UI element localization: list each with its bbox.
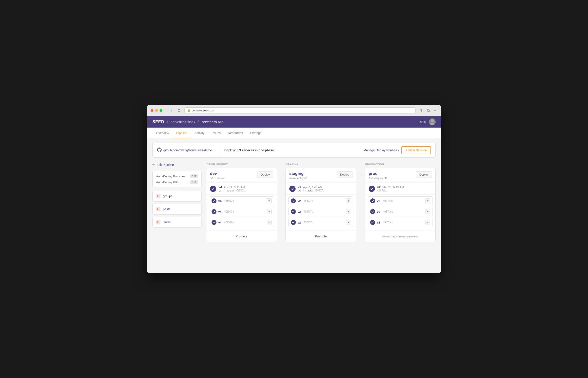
dev-service-2-dropdown[interactable]: ▾ <box>267 220 272 225</box>
groups-lambda-icon: λ <box>156 194 161 199</box>
url-text: console.seed.run <box>192 109 214 112</box>
breadcrumb-org[interactable]: serverless-stack <box>171 120 195 124</box>
prod-service-row-1: v2 4937dcd ▾ <box>368 207 433 216</box>
stage-staging-header: staging Auto-deploy off Deploy <box>286 168 356 183</box>
prod-service-0-dropdown[interactable]: ▾ <box>425 198 430 203</box>
service-groups-label: groups <box>163 194 172 198</box>
service-item-users[interactable]: λ users <box>152 217 202 228</box>
svg-point-0 <box>431 119 434 122</box>
dev-service-row-2: v4 45f507b ▾ <box>209 218 274 227</box>
avatar[interactable] <box>429 118 436 125</box>
new-tab-button[interactable]: ⧉ <box>426 108 431 113</box>
arrow-staging-to-prod: → <box>358 163 363 178</box>
promoted-from-label: PROMOTED FROM: staging <box>382 235 419 238</box>
stage-production-header: prod Auto-deploy off Deploy <box>365 168 435 183</box>
staging-service-1-dropdown[interactable]: ▾ <box>346 209 351 214</box>
staging-commit-version: v2 <box>298 185 301 189</box>
breadcrumb-app[interactable]: serverless-app <box>201 120 223 124</box>
tab-pipeline[interactable]: Pipeline <box>172 128 191 138</box>
app-header: SEED › serverless-stack / serverless-app… <box>147 116 441 128</box>
info-bar: github.com/fwang/serverless-demo Deployi… <box>152 143 436 158</box>
stage-staging-card: staging Auto-deploy off Deploy v <box>286 168 356 242</box>
prod-service-1-dropdown[interactable]: ▾ <box>425 209 430 214</box>
dev-branch-icon: ⎇ <box>219 189 222 192</box>
add-button[interactable]: + <box>433 108 437 113</box>
stage-staging-name[interactable]: staging <box>289 171 304 176</box>
staging-service-rows: v2 45f507b ▾ v2 45f507b <box>286 195 356 230</box>
stage-production-deploy-btn[interactable]: Deploy <box>416 171 432 178</box>
dev-service-1-dropdown[interactable]: ▾ <box>267 209 272 214</box>
production-check-circle <box>369 186 375 192</box>
staging-promote-link[interactable]: Promote <box>315 234 327 238</box>
maximize-traffic-light[interactable] <box>159 109 162 112</box>
staging-service-2-dropdown[interactable]: ▾ <box>346 220 351 225</box>
app-body: github.com/fwang/serverless-demo Deployi… <box>147 138 441 273</box>
pipeline-stages: DEVELOPMENT dev ⎇ ᚡ master Deploy <box>206 163 436 242</box>
dev-commit-version: v4 <box>219 185 222 189</box>
sidebar-toggle-button[interactable]: ⊡ <box>176 108 182 113</box>
dev-service-0-dropdown[interactable]: ▾ <box>267 198 272 203</box>
prod-commit-timestamp: Mar 24, 9:43 PM <box>382 186 404 189</box>
production-service-rows: v2 4937dcd ▾ v2 4937dcd <box>365 195 435 230</box>
stage-production-commit: v2 Mar 24, 9:43 PM 4937dcd <box>365 183 435 195</box>
stage-staging-deploy-btn[interactable]: Deploy <box>337 171 353 178</box>
production-commit-details: v2 Mar 24, 9:43 PM 4937dcd <box>377 185 432 192</box>
back-button[interactable]: ‹ <box>165 108 169 113</box>
stage-development: DEVELOPMENT dev ⎇ ᚡ master Deploy <box>206 163 277 242</box>
stage-development-name[interactable]: dev <box>210 171 217 176</box>
close-traffic-light[interactable] <box>151 109 154 112</box>
tab-settings[interactable]: Settings <box>247 128 265 138</box>
seed-logo[interactable]: SEED <box>152 120 164 124</box>
stage-production-name[interactable]: prod <box>369 171 378 176</box>
staging-commit-hash: 45f507b <box>315 189 324 192</box>
app-header-left: SEED › serverless-stack / serverless-app <box>152 120 224 124</box>
staging-service-row-2: v2 45f507b ▾ <box>288 218 353 227</box>
share-button[interactable]: ⬆ <box>418 108 424 113</box>
svg-point-1 <box>430 123 435 125</box>
prod-commit-meta: 4937dcd <box>377 189 432 192</box>
staging-promote-footer: Promote <box>286 230 356 242</box>
service-item-groups[interactable]: λ groups <box>152 191 202 202</box>
stage-development-label: DEVELOPMENT <box>206 163 277 166</box>
address-bar[interactable]: 🔒 console.seed.run <box>184 108 416 113</box>
github-link[interactable]: github.com/fwang/serverless-demo <box>163 148 212 152</box>
breadcrumb-sep1: › <box>167 120 168 124</box>
forward-button[interactable]: › <box>170 108 174 113</box>
development-check-circle <box>210 186 216 192</box>
tab-overview[interactable]: Overview <box>152 128 172 138</box>
manage-deploy-phases-link[interactable]: Manage Deploy Phases › <box>364 148 399 152</box>
deploy-text-prefix: Deploying <box>224 148 239 152</box>
service-users-label: users <box>163 220 170 224</box>
tab-activity[interactable]: Activity <box>191 128 208 138</box>
branch-icon: ⎇ <box>210 177 213 180</box>
pipeline-settings: Auto-Deploy Branches OFF Auto-Deploy PRs… <box>152 171 202 187</box>
service-item-posts[interactable]: λ posts <box>152 204 202 215</box>
edit-pipeline-link[interactable]: ✏ Edit Pipeline <box>152 163 202 167</box>
docs-link[interactable]: Docs <box>418 120 426 123</box>
development-promote-link[interactable]: Promote <box>236 234 248 238</box>
minimize-traffic-light[interactable] <box>155 109 158 112</box>
deploy-phase: one phase. <box>259 148 275 152</box>
tab-issues[interactable]: Issues <box>208 128 224 138</box>
prod-service-row-2: v2 4937dcd ▾ <box>368 218 433 227</box>
users-lambda-icon: λ <box>156 220 161 225</box>
lock-icon: 🔒 <box>187 109 190 112</box>
new-service-button[interactable]: + New Service <box>401 146 431 154</box>
tab-resources[interactable]: Resources <box>224 128 247 138</box>
stage-production: PRODUCTION prod Auto-deploy off Deploy <box>365 163 436 242</box>
staging-service-row-1: v2 45f507b ▾ <box>288 207 353 216</box>
svg-text:λ: λ <box>157 208 158 211</box>
stage-staging: STAGING staging Auto-deploy off Deploy <box>286 163 356 242</box>
deploy-info: Deploying 3 services in one phase. <box>220 145 359 155</box>
arrow-icon-2: → <box>358 172 363 178</box>
prod-commit-hash: 4937dcd <box>377 189 387 192</box>
svg-text:λ: λ <box>157 195 158 198</box>
staging-commit-timestamp: Apr 6, 3:44 AM <box>303 186 323 189</box>
staging-service-0-dropdown[interactable]: ▾ <box>346 198 351 203</box>
stage-development-deploy-btn[interactable]: Deploy <box>258 171 273 178</box>
prod-service-2-dropdown[interactable]: ▾ <box>425 220 430 225</box>
staging-branch-icon: ⎇ <box>298 189 301 192</box>
posts-lambda-icon: λ <box>156 207 161 212</box>
browser-actions: ⬆ ⧉ + <box>418 108 437 113</box>
staging-commit-meta: ⎇ ᚡ master 45f507b <box>298 189 353 192</box>
